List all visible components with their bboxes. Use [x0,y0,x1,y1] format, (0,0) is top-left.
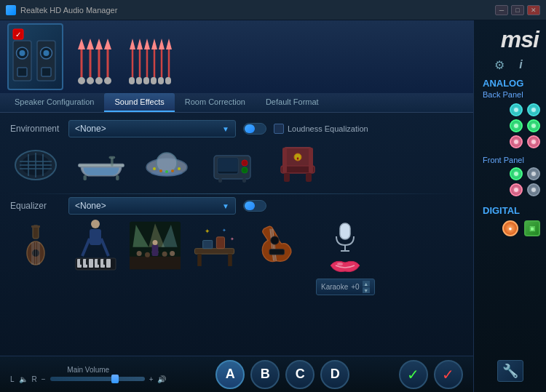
eq-piano-icon [70,222,121,269]
tab-sound-effects[interactable]: Sound Effects [104,93,174,112]
svg-rect-97 [103,259,106,265]
tab-room-correction[interactable]: Room Correction [175,93,256,112]
channel-c-button[interactable]: C [285,360,314,389]
cancel-button[interactable]: ✓ [434,360,463,389]
eq-preset-magic[interactable]: ✦ ✦ ✦ [189,222,240,269]
front-panel-jacks [474,167,546,199]
svg-rect-20 [95,77,103,84]
front-jack-pink[interactable] [510,183,523,196]
eq-preset-elec-guitar[interactable] [249,222,300,269]
eq-preset-concert[interactable] [130,222,181,269]
digital-jack-coax[interactable]: ▣ [524,220,540,236]
wrench-icon[interactable]: 🔧 [497,360,523,382]
eq-guitar-icon [10,222,61,269]
digital-jack-optical[interactable]: ● [502,220,518,236]
svg-point-64 [242,160,248,166]
maximize-button[interactable]: □ [511,5,524,15]
svg-rect-125 [340,223,350,239]
effect-spaceship[interactable] [141,145,192,185]
volume-plus: + [149,375,154,383]
jack-green-left[interactable] [510,119,523,132]
svg-rect-113 [197,254,202,266]
karaoke-icons [327,222,363,276]
tab-default-format[interactable]: Default Format [256,93,329,112]
environment-dropdown[interactable]: <None> ▼ [68,120,236,137]
info-icon[interactable]: i [514,57,529,72]
svg-marker-30 [144,39,150,49]
svg-rect-37 [151,77,157,84]
effect-toaster[interactable] [207,145,258,185]
svg-point-60 [178,167,181,170]
svg-text:✦: ✦ [230,236,234,241]
svg-point-106 [145,252,150,257]
svg-rect-96 [98,259,100,265]
equalizer-value: <None> [75,201,106,211]
svg-rect-9 [41,68,51,76]
speaker-icon-6plug[interactable] [125,28,176,86]
titlebar-left: Realtek HD Audio Manager [6,5,117,15]
svg-point-58 [165,170,168,173]
jack-pink-right[interactable] [527,135,540,148]
speaker-icon-4plug[interactable] [71,28,118,86]
environment-toggle[interactable] [243,123,266,135]
settings-icon[interactable]: ⚙ [492,57,507,72]
section-divider [10,193,463,194]
effect-sewer[interactable] [10,145,61,185]
jack-pink-left[interactable] [510,135,523,148]
svg-rect-86 [90,229,101,245]
front-jack-gray[interactable] [527,167,540,180]
svg-point-108 [162,252,167,257]
tabs-row: Speaker Configuration Sound Effects Room… [0,93,473,113]
karaoke-decrement[interactable]: ▼ [363,287,370,293]
jack-teal-left[interactable] [510,103,523,116]
karaoke-increment[interactable]: ▲ [363,281,370,287]
equalizer-toggle[interactable] [243,200,266,212]
front-jack-gray-2[interactable] [527,183,540,196]
channel-b-button[interactable]: B [250,360,280,389]
jack-green-right[interactable] [527,119,540,132]
jack-row-1 [480,103,540,116]
svg-text:✓: ✓ [15,31,21,39]
svg-rect-93 [106,259,111,268]
eq-preset-piano[interactable] [70,222,121,269]
karaoke-lips-icon [327,255,363,276]
channel-r-label: R [32,375,37,383]
loudness-check: Loudness Equalization [274,124,368,134]
effect-bathtub[interactable] [76,145,127,185]
equalizer-dropdown[interactable]: <None> ▼ [68,197,236,215]
tab-speaker-configuration[interactable]: Speaker Configuration [4,93,104,112]
environment-value: <None> [75,124,106,134]
effect-throne[interactable]: ♦ [272,145,323,185]
front-jack-row-2 [480,183,540,196]
speaker-icons-row: ✓ [0,20,473,93]
svg-marker-16 [95,39,103,49]
svg-rect-36 [143,77,149,84]
front-jack-green[interactable] [510,167,523,180]
close-button[interactable]: ✕ [527,5,540,15]
karaoke-label-box: Karaoke +0 ▲ ▼ [316,279,375,295]
svg-rect-104 [130,257,181,270]
loudness-checkbox[interactable] [274,124,284,134]
svg-rect-39 [165,77,171,84]
svg-marker-17 [104,39,111,49]
jack-teal-right[interactable] [527,103,540,116]
eq-preset-guitar[interactable] [10,222,61,269]
volume-section: Main Volume L 🔈 R − + 🔊 [10,366,166,383]
front-panel-label: Front Panel [474,156,546,164]
channel-d-button[interactable]: D [320,360,349,389]
speaker-volume-icon: 🔊 [157,375,166,383]
svg-rect-51 [111,157,114,166]
volume-slider[interactable] [50,377,145,381]
minimize-button[interactable]: ─ [495,5,508,15]
environment-label: Environment [10,124,61,134]
svg-rect-70 [284,173,290,182]
svg-rect-75 [309,148,313,173]
confirm-button[interactable]: ✓ [399,360,428,389]
effects-grid: ♦ [10,145,463,185]
eq-elec-guitar-icon [249,222,300,269]
svg-rect-21 [104,77,111,84]
check-buttons: ✓ ✓ [399,360,463,389]
channel-a-button[interactable]: A [215,360,245,389]
svg-point-4 [20,50,25,56]
speaker-icon-active[interactable]: ✓ [7,23,63,90]
